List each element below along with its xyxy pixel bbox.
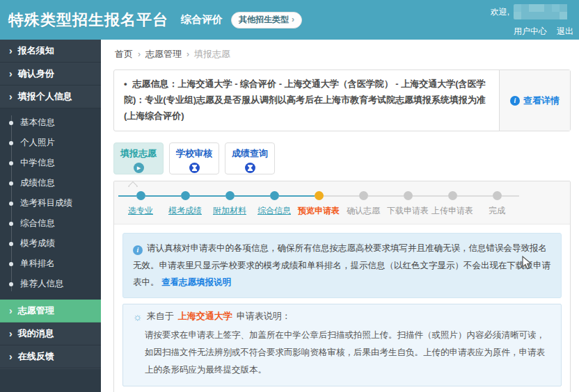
- sidebar-item-my-messages[interactable]: › 我的消息: [0, 322, 101, 345]
- sidebar-item-label: 填报个人信息: [18, 90, 72, 103]
- view-details-button[interactable]: i 查看详情: [499, 70, 570, 131]
- tab-school-review[interactable]: 学校审核: [169, 142, 219, 174]
- breadcrumb: 首页 › 志愿管理 › 填报志愿: [101, 40, 579, 60]
- step-dot: [404, 191, 413, 200]
- sidebar-item-subject-ranking[interactable]: 单科排名: [0, 254, 101, 274]
- sidebar-item-label: 成绩信息: [20, 177, 55, 189]
- bullet-icon: [9, 141, 13, 145]
- bullet-icon: [9, 222, 13, 226]
- step-label: 上传申请表: [430, 205, 475, 217]
- sidebar-item-personal-photo[interactable]: 个人照片: [0, 133, 101, 153]
- note-body-text: 请按要求在申请表上签字、加盖所在中学公章后扫描或拍照上传。扫描件（或照片）内容必…: [133, 327, 551, 379]
- breadcrumb-separator-icon: ›: [187, 49, 189, 59]
- other-enrollment-types-button[interactable]: 其他招生类型 ›: [231, 12, 302, 28]
- app-header: 特殊类型招生报名平台 综合评价 其他招生类型 › 欢迎, 用户中心 退出: [0, 0, 579, 40]
- sidebar-item-confirm-identity[interactable]: › 确认身份: [0, 63, 101, 85]
- chevron-right-icon: ›: [9, 92, 13, 101]
- progress-stepper: 选专业 模考成绩 附加材料 综合信息 预览申请表: [114, 181, 570, 224]
- chevron-right-icon: ›: [9, 306, 13, 316]
- sidebar-item-label: 基本信息: [20, 117, 55, 129]
- step-additional-materials: 附加材料: [207, 191, 252, 217]
- sidebar-item-score-info[interactable]: 成绩信息: [0, 173, 101, 193]
- sidebar-item-label: 志愿管理: [18, 304, 54, 317]
- step-dot: [359, 191, 368, 200]
- step-dot-current: [315, 191, 324, 200]
- app-window: 特殊类型招生报名平台 综合评价 其他招生类型 › 欢迎, 用户中心 退出 › 报…: [0, 0, 579, 392]
- breadcrumb-home[interactable]: 首页: [115, 48, 133, 60]
- app-subtitle: 综合评价: [181, 13, 223, 26]
- step-confirm-application: 确认志愿: [341, 191, 386, 217]
- step-dot: [493, 191, 502, 200]
- sidebar-item-school-info[interactable]: 中学信息: [0, 153, 101, 173]
- application-info-label: 志愿信息：: [133, 79, 178, 89]
- sidebar-item-label: 个人照片: [20, 137, 55, 149]
- sidebar-item-label: 确认身份: [18, 67, 54, 80]
- step-dot: [225, 191, 235, 200]
- app-title: 特殊类型招生报名平台: [8, 10, 168, 31]
- sidebar-item-online-feedback[interactable]: › 在线反馈: [0, 345, 101, 368]
- sidebar-item-label: 模考成绩: [20, 238, 55, 250]
- tab-label: 填报志愿: [114, 147, 163, 160]
- tab-fill-application[interactable]: 填报志愿 ▶: [113, 142, 164, 174]
- sidebar-item-label: 综合信息: [20, 218, 55, 229]
- step-dot: [136, 191, 145, 200]
- breadcrumb-current-page: 填报志愿: [194, 48, 230, 60]
- hourglass-icon: [245, 163, 255, 173]
- bullet-icon: •: [124, 79, 127, 89]
- info-icon: i: [133, 245, 143, 255]
- bullet-icon: [9, 202, 13, 206]
- main-content: 首页 › 志愿管理 › 填报志愿 •志愿信息：上海交通大学 - 综合评价 - 上…: [101, 40, 579, 392]
- step-label-link[interactable]: 附加材料: [207, 205, 252, 217]
- bullet-icon: [9, 161, 13, 165]
- application-info-text-block: •志愿信息：上海交通大学 - 综合评价 - 上海交通大学（含医学院） - 上海交…: [114, 70, 499, 131]
- redacted-username: [514, 4, 573, 19]
- step-dot: [181, 191, 190, 200]
- step-choose-major: 选专业: [118, 191, 163, 217]
- sidebar-item-recommender-info[interactable]: 推荐人信息: [0, 274, 101, 294]
- tab-score-inquiry[interactable]: 成绩查询: [225, 142, 275, 174]
- sidebar-item-personal-info[interactable]: › 填报个人信息: [0, 85, 101, 108]
- sidebar-nav: › 报名须知 › 确认身份 › 填报个人信息 基本信息 个人照片 中学信息 成绩…: [0, 40, 101, 392]
- sidebar-item-elective-scores[interactable]: 选考科目成绩: [0, 193, 101, 213]
- sidebar-item-basic-info[interactable]: 基本信息: [0, 113, 101, 133]
- hourglass-icon: [189, 163, 200, 173]
- step-dot: [270, 191, 279, 200]
- play-icon: ▶: [134, 163, 144, 173]
- step-mock-scores: 模考成绩: [163, 191, 207, 217]
- application-guide-link[interactable]: 查看志愿填报说明: [161, 277, 231, 287]
- sidebar-item-label: 推荐人信息: [20, 278, 64, 290]
- sidebar-item-label: 中学信息: [20, 157, 55, 169]
- user-center-link[interactable]: 用户中心: [514, 26, 547, 38]
- sidebar-item-enrollment-notice[interactable]: › 报名须知: [0, 40, 101, 63]
- bullet-icon: [9, 121, 13, 125]
- step-download-form: 下载申请表: [386, 191, 430, 217]
- sidebar-item-label: 单科排名: [20, 258, 55, 270]
- tab-label: 学校审核: [170, 147, 219, 160]
- sidebar-item-comprehensive-info[interactable]: 综合信息: [0, 213, 101, 234]
- step-label: 下载申请表: [386, 205, 430, 217]
- logout-link[interactable]: 退出: [557, 26, 573, 38]
- step-label-link[interactable]: 选专业: [118, 205, 163, 217]
- chevron-right-icon: ›: [292, 15, 294, 24]
- breadcrumb-application-management[interactable]: 志愿管理: [145, 48, 182, 60]
- breadcrumb-separator-icon: ›: [138, 49, 141, 59]
- application-panel: 选专业 模考成绩 附加材料 综合信息 预览申请表: [113, 181, 571, 392]
- step-comprehensive-info: 综合信息: [252, 191, 296, 217]
- step-label-link[interactable]: 模考成绩: [163, 205, 207, 217]
- info-icon: i: [510, 96, 520, 106]
- step-label-link[interactable]: 综合信息: [252, 205, 296, 217]
- bullet-icon: [9, 262, 13, 266]
- sidebar-spacer: [0, 368, 101, 392]
- sidebar-item-label: 报名须知: [18, 44, 54, 57]
- view-details-label: 查看详情: [523, 95, 560, 107]
- note-school-name: 上海交通大学: [178, 310, 232, 322]
- bullet-icon: [9, 282, 13, 286]
- stage-tabs: 填报志愿 ▶ 学校审核 成绩查询: [113, 142, 579, 174]
- sidebar-item-mock-exam-scores[interactable]: 模考成绩: [0, 234, 101, 254]
- sidebar-item-label: 在线反馈: [18, 350, 54, 363]
- sidebar-item-application-management[interactable]: › 志愿管理: [0, 300, 101, 322]
- chevron-right-icon: ›: [9, 46, 13, 56]
- chevron-right-icon: ›: [9, 352, 13, 361]
- bullet-icon: [9, 181, 13, 186]
- sidebar-item-label: 我的消息: [18, 327, 54, 340]
